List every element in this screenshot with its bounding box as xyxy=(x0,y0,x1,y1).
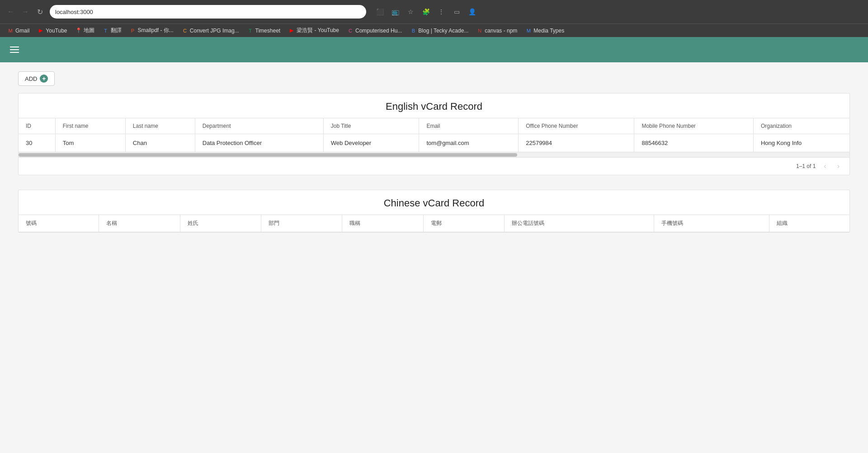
bookmark-maps-label: 地圖 xyxy=(84,27,94,34)
maps-icon: 📍 xyxy=(75,28,82,34)
chinese-table-wrapper[interactable]: 號碼 名稱 姓氏 部門 職稱 電郵 辦公電話號碼 手機號碼 組織 xyxy=(19,215,849,232)
cell-department: Data Protection Officer xyxy=(195,134,323,152)
cell-email: tom@gmail.com xyxy=(419,134,519,152)
col-organization: Organization xyxy=(753,118,849,134)
pagination-prev-button[interactable]: ‹ xyxy=(821,161,829,171)
add-button-label: ADD xyxy=(25,75,37,82)
bookmark-youtube[interactable]: ▶ YouTube xyxy=(34,27,71,35)
bookmark-youtube-label: YouTube xyxy=(46,28,67,34)
bookmark-timesheet-label: Timesheet xyxy=(255,28,281,34)
english-table-body: 30 Tom Chan Data Protection Officer Web … xyxy=(19,134,849,152)
leung-icon: ▶ xyxy=(288,28,295,34)
address-bar[interactable]: localhost:3000 xyxy=(50,5,366,19)
english-table-wrapper[interactable]: ID First name Last name Department Job T… xyxy=(19,118,849,152)
zh-col-department: 部門 xyxy=(261,215,342,232)
zh-col-first-name: 名稱 xyxy=(99,215,180,232)
bookmark-translate[interactable]: T 翻譯 xyxy=(99,26,125,35)
cast-icon[interactable]: 📺 xyxy=(389,5,401,18)
horizontal-scrollbar[interactable] xyxy=(19,152,849,157)
zh-col-last-name: 姓氏 xyxy=(180,215,261,232)
col-mobile-phone: Mobile Phone Number xyxy=(634,118,754,134)
canvas-npm-icon: N xyxy=(476,28,483,34)
zh-col-organization: 組織 xyxy=(769,215,849,232)
cell-job-title: Web Developer xyxy=(323,134,419,152)
chinese-table-header: 號碼 名稱 姓氏 部門 職稱 電郵 辦公電話號碼 手機號碼 組織 xyxy=(19,215,849,232)
col-department: Department xyxy=(195,118,323,134)
col-id: ID xyxy=(19,118,55,134)
screenshot-icon[interactable]: ⬛ xyxy=(373,5,386,18)
bookmark-leung-label: 梁浩賢 - YouTube xyxy=(297,27,339,34)
pagination-info: 1–1 of 1 xyxy=(796,163,816,169)
english-table-footer: 1–1 of 1 ‹ › xyxy=(19,157,849,175)
bookmark-convert-jpg[interactable]: C Convert JPG Imag... xyxy=(178,27,243,35)
hamburger-line-1 xyxy=(10,47,19,47)
bookmark-icon[interactable]: ☆ xyxy=(404,5,417,18)
pagination-next-button[interactable]: › xyxy=(835,161,842,171)
bookmark-smallpdf-label: Smallpdf - 你... xyxy=(138,27,174,34)
media-types-icon: M xyxy=(525,28,532,34)
cell-organization: Hong Kong Info xyxy=(753,134,849,152)
browser-chrome: ← → ↻ localhost:3000 ⬛ 📺 ☆ 🧩 ⋮ ▭ 👤 xyxy=(0,0,868,23)
add-button[interactable]: ADD + xyxy=(18,71,55,86)
bookmark-computerised-label: Computerised Hu... xyxy=(355,28,402,34)
bookmark-gmail[interactable]: M Gmail xyxy=(4,27,33,35)
cell-first-name: Tom xyxy=(55,134,125,152)
forward-button[interactable]: → xyxy=(19,5,32,18)
bookmark-gmail-label: Gmail xyxy=(15,28,29,34)
blog-icon: B xyxy=(410,28,416,34)
cell-id: 30 xyxy=(19,134,55,152)
window-toggle-icon[interactable]: ▭ xyxy=(450,5,463,18)
col-last-name: Last name xyxy=(125,118,195,134)
youtube-icon: ▶ xyxy=(38,28,44,34)
timesheet-icon: T xyxy=(247,28,254,34)
hamburger-line-3 xyxy=(10,52,19,53)
english-table-header: ID First name Last name Department Job T… xyxy=(19,118,849,134)
convert-jpg-icon: C xyxy=(182,28,188,34)
zh-col-mobile-phone: 手機號碼 xyxy=(654,215,769,232)
app-header xyxy=(0,37,868,62)
chinese-table-section: Chinese vCard Record 號碼 名稱 姓氏 部門 職稱 電郵 辦… xyxy=(18,190,850,233)
bookmark-timesheet[interactable]: T Timesheet xyxy=(244,27,284,35)
nav-buttons: ← → ↻ xyxy=(5,5,46,18)
back-button[interactable]: ← xyxy=(5,5,17,18)
smallpdf-icon: P xyxy=(130,28,136,34)
bookmark-translate-label: 翻譯 xyxy=(111,27,122,34)
english-table-section: English vCard Record ID First name Last … xyxy=(18,93,850,175)
english-table: ID First name Last name Department Job T… xyxy=(19,118,849,152)
zh-col-id: 號碼 xyxy=(19,215,99,232)
cell-mobile-phone: 88546632 xyxy=(634,134,754,152)
english-table-header-row: ID First name Last name Department Job T… xyxy=(19,118,849,134)
bookmark-leung[interactable]: ▶ 梁浩賢 - YouTube xyxy=(285,26,343,35)
col-office-phone: Office Phone Number xyxy=(519,118,634,134)
url-text: localhost:3000 xyxy=(55,9,93,15)
gmail-icon: M xyxy=(7,28,14,34)
col-job-title: Job Title xyxy=(323,118,419,134)
table-row[interactable]: 30 Tom Chan Data Protection Officer Web … xyxy=(19,134,849,152)
zh-col-email: 電郵 xyxy=(423,215,504,232)
bookmark-canvas-npm[interactable]: N canvas - npm xyxy=(473,27,521,35)
extensions-icon[interactable]: 🧩 xyxy=(420,5,432,18)
add-button-icon: + xyxy=(40,75,48,83)
bookmark-media-types-label: Media Types xyxy=(533,28,564,34)
col-email: Email xyxy=(419,118,519,134)
profile-icon[interactable]: 👤 xyxy=(466,5,478,18)
bookmark-computerised[interactable]: C Computerised Hu... xyxy=(344,27,406,35)
cell-office-phone: 22579984 xyxy=(519,134,634,152)
computerised-icon: C xyxy=(347,28,354,34)
cell-last-name: Chan xyxy=(125,134,195,152)
bookmark-blog[interactable]: B Blog | Tecky Acade... xyxy=(406,27,472,35)
bookmark-smallpdf[interactable]: P Smallpdf - 你... xyxy=(126,26,177,35)
bookmark-canvas-npm-label: canvas - npm xyxy=(485,28,517,34)
hamburger-menu-button[interactable] xyxy=(7,44,22,56)
bookmark-media-types[interactable]: M Media Types xyxy=(522,27,568,35)
browser-actions: ⬛ 📺 ☆ 🧩 ⋮ ▭ 👤 xyxy=(373,5,478,18)
bookmarks-bar: M Gmail ▶ YouTube 📍 地圖 T 翻譯 P Smallpdf -… xyxy=(0,23,868,37)
zh-col-job-title: 職稱 xyxy=(342,215,423,232)
bookmark-maps[interactable]: 📍 地圖 xyxy=(72,26,98,35)
chinese-table-header-row: 號碼 名稱 姓氏 部門 職稱 電郵 辦公電話號碼 手機號碼 組織 xyxy=(19,215,849,232)
page-content: ADD + English vCard Record ID First name… xyxy=(0,62,868,453)
reload-button[interactable]: ↻ xyxy=(33,5,46,18)
menu-dots-icon[interactable]: ⋮ xyxy=(435,5,448,18)
col-first-name: First name xyxy=(55,118,125,134)
translate-icon: T xyxy=(103,28,109,34)
